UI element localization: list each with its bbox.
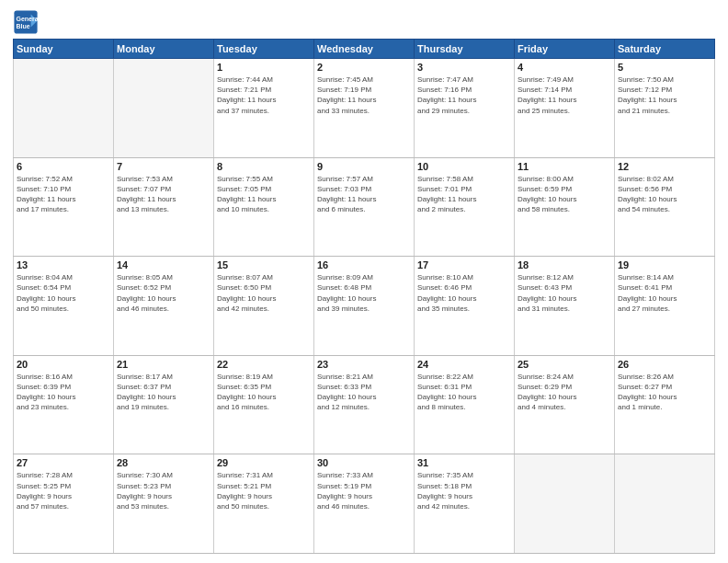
- day-number: 23: [317, 359, 411, 370]
- day-cell: 12Sunrise: 8:02 AM Sunset: 6:56 PM Dayli…: [615, 157, 715, 257]
- day-info: Sunrise: 7:49 AM Sunset: 7:14 PM Dayligh…: [518, 75, 611, 116]
- header: General Blue: [13, 9, 715, 35]
- day-number: 17: [417, 259, 511, 270]
- day-cell: 25Sunrise: 8:24 AM Sunset: 6:29 PM Dayli…: [515, 355, 615, 454]
- day-cell: 31Sunrise: 7:35 AM Sunset: 5:18 PM Dayli…: [415, 454, 515, 554]
- day-cell: 7Sunrise: 7:53 AM Sunset: 7:07 PM Daylig…: [114, 157, 214, 257]
- day-cell: 6Sunrise: 7:52 AM Sunset: 7:10 PM Daylig…: [14, 157, 114, 257]
- day-cell: 20Sunrise: 8:16 AM Sunset: 6:39 PM Dayli…: [14, 355, 114, 454]
- day-info: Sunrise: 7:33 AM Sunset: 5:19 PM Dayligh…: [317, 470, 411, 511]
- day-cell: 30Sunrise: 7:33 AM Sunset: 5:19 PM Dayli…: [314, 454, 415, 554]
- day-number: 3: [417, 62, 511, 73]
- day-info: Sunrise: 7:53 AM Sunset: 7:07 PM Dayligh…: [117, 174, 210, 215]
- day-cell: 19Sunrise: 8:14 AM Sunset: 6:41 PM Dayli…: [615, 257, 715, 356]
- day-cell: 13Sunrise: 8:04 AM Sunset: 6:54 PM Dayli…: [14, 257, 114, 356]
- day-number: 12: [618, 161, 711, 172]
- day-number: 10: [417, 161, 511, 172]
- day-info: Sunrise: 8:22 AM Sunset: 6:31 PM Dayligh…: [417, 372, 511, 413]
- day-cell: 18Sunrise: 8:12 AM Sunset: 6:43 PM Dayli…: [515, 257, 615, 356]
- day-cell: 9Sunrise: 7:57 AM Sunset: 7:03 PM Daylig…: [314, 157, 415, 257]
- day-number: 9: [317, 161, 411, 172]
- week-row-1: 1Sunrise: 7:44 AM Sunset: 7:21 PM Daylig…: [14, 59, 715, 158]
- day-number: 5: [618, 62, 711, 73]
- day-cell: [515, 454, 615, 554]
- day-info: Sunrise: 8:21 AM Sunset: 6:33 PM Dayligh…: [317, 372, 411, 413]
- day-cell: 28Sunrise: 7:30 AM Sunset: 5:23 PM Dayli…: [114, 454, 214, 554]
- day-info: Sunrise: 7:57 AM Sunset: 7:03 PM Dayligh…: [317, 174, 411, 215]
- day-number: 21: [117, 359, 210, 370]
- day-number: 13: [17, 259, 110, 270]
- day-cell: 17Sunrise: 8:10 AM Sunset: 6:46 PM Dayli…: [415, 257, 515, 356]
- weekday-header-tuesday: Tuesday: [214, 40, 314, 59]
- week-row-5: 27Sunrise: 7:28 AM Sunset: 5:25 PM Dayli…: [14, 454, 715, 554]
- calendar-table: SundayMondayTuesdayWednesdayThursdayFrid…: [13, 39, 715, 554]
- day-cell: [114, 59, 214, 158]
- day-cell: 16Sunrise: 8:09 AM Sunset: 6:48 PM Dayli…: [314, 257, 415, 356]
- day-info: Sunrise: 8:02 AM Sunset: 6:56 PM Dayligh…: [618, 174, 711, 215]
- weekday-header-saturday: Saturday: [615, 40, 715, 59]
- day-number: 11: [518, 161, 611, 172]
- day-info: Sunrise: 8:09 AM Sunset: 6:48 PM Dayligh…: [317, 272, 411, 314]
- weekday-header-thursday: Thursday: [415, 40, 515, 59]
- day-cell: 23Sunrise: 8:21 AM Sunset: 6:33 PM Dayli…: [314, 355, 415, 454]
- day-number: 7: [117, 161, 210, 172]
- day-info: Sunrise: 7:35 AM Sunset: 5:18 PM Dayligh…: [417, 470, 511, 511]
- day-info: Sunrise: 8:00 AM Sunset: 6:59 PM Dayligh…: [518, 174, 611, 215]
- day-cell: 4Sunrise: 7:49 AM Sunset: 7:14 PM Daylig…: [515, 59, 615, 158]
- page: General Blue SundayMondayTuesdayWednesda…: [0, 0, 728, 563]
- day-number: 27: [17, 457, 110, 468]
- day-number: 1: [217, 62, 311, 73]
- day-info: Sunrise: 8:17 AM Sunset: 6:37 PM Dayligh…: [117, 372, 210, 413]
- day-info: Sunrise: 8:04 AM Sunset: 6:54 PM Dayligh…: [17, 272, 110, 314]
- day-number: 4: [518, 62, 611, 73]
- day-info: Sunrise: 8:05 AM Sunset: 6:52 PM Dayligh…: [117, 272, 210, 314]
- day-cell: 1Sunrise: 7:44 AM Sunset: 7:21 PM Daylig…: [214, 59, 314, 158]
- day-cell: 11Sunrise: 8:00 AM Sunset: 6:59 PM Dayli…: [515, 157, 615, 257]
- day-number: 20: [17, 359, 110, 370]
- day-info: Sunrise: 7:52 AM Sunset: 7:10 PM Dayligh…: [17, 174, 110, 215]
- day-number: 26: [618, 359, 711, 370]
- day-number: 8: [217, 161, 311, 172]
- day-info: Sunrise: 8:12 AM Sunset: 6:43 PM Dayligh…: [518, 272, 611, 314]
- weekday-header-monday: Monday: [114, 40, 214, 59]
- day-number: 15: [217, 259, 311, 270]
- day-cell: [615, 454, 715, 554]
- day-info: Sunrise: 7:44 AM Sunset: 7:21 PM Dayligh…: [217, 75, 311, 116]
- day-info: Sunrise: 8:07 AM Sunset: 6:50 PM Dayligh…: [217, 272, 311, 314]
- day-cell: 21Sunrise: 8:17 AM Sunset: 6:37 PM Dayli…: [114, 355, 214, 454]
- day-number: 16: [317, 259, 411, 270]
- day-cell: 24Sunrise: 8:22 AM Sunset: 6:31 PM Dayli…: [415, 355, 515, 454]
- day-cell: 15Sunrise: 8:07 AM Sunset: 6:50 PM Dayli…: [214, 257, 314, 356]
- day-number: 22: [217, 359, 311, 370]
- day-number: 24: [417, 359, 511, 370]
- day-cell: 26Sunrise: 8:26 AM Sunset: 6:27 PM Dayli…: [615, 355, 715, 454]
- day-cell: 29Sunrise: 7:31 AM Sunset: 5:21 PM Dayli…: [214, 454, 314, 554]
- weekday-header-sunday: Sunday: [14, 40, 114, 59]
- day-cell: 3Sunrise: 7:47 AM Sunset: 7:16 PM Daylig…: [415, 59, 515, 158]
- day-info: Sunrise: 7:50 AM Sunset: 7:12 PM Dayligh…: [618, 75, 711, 116]
- day-number: 19: [618, 259, 711, 270]
- day-number: 14: [117, 259, 210, 270]
- svg-text:Blue: Blue: [17, 23, 30, 29]
- day-number: 25: [518, 359, 611, 370]
- svg-text:General: General: [17, 16, 40, 22]
- weekday-header-wednesday: Wednesday: [314, 40, 415, 59]
- day-info: Sunrise: 7:47 AM Sunset: 7:16 PM Dayligh…: [417, 75, 511, 116]
- day-info: Sunrise: 8:10 AM Sunset: 6:46 PM Dayligh…: [417, 272, 511, 314]
- day-info: Sunrise: 7:55 AM Sunset: 7:05 PM Dayligh…: [217, 174, 311, 215]
- day-cell: 14Sunrise: 8:05 AM Sunset: 6:52 PM Dayli…: [114, 257, 214, 356]
- day-cell: [14, 59, 114, 158]
- week-row-2: 6Sunrise: 7:52 AM Sunset: 7:10 PM Daylig…: [14, 157, 715, 257]
- day-info: Sunrise: 8:24 AM Sunset: 6:29 PM Dayligh…: [518, 372, 611, 413]
- week-row-4: 20Sunrise: 8:16 AM Sunset: 6:39 PM Dayli…: [14, 355, 715, 454]
- day-info: Sunrise: 7:31 AM Sunset: 5:21 PM Dayligh…: [217, 470, 311, 511]
- day-info: Sunrise: 8:26 AM Sunset: 6:27 PM Dayligh…: [618, 372, 711, 413]
- day-info: Sunrise: 7:30 AM Sunset: 5:23 PM Dayligh…: [117, 470, 210, 511]
- day-cell: 22Sunrise: 8:19 AM Sunset: 6:35 PM Dayli…: [214, 355, 314, 454]
- day-number: 18: [518, 259, 611, 270]
- logo: General Blue: [13, 9, 39, 35]
- day-number: 30: [317, 457, 411, 468]
- day-info: Sunrise: 8:14 AM Sunset: 6:41 PM Dayligh…: [618, 272, 711, 314]
- day-cell: 10Sunrise: 7:58 AM Sunset: 7:01 PM Dayli…: [415, 157, 515, 257]
- day-cell: 8Sunrise: 7:55 AM Sunset: 7:05 PM Daylig…: [214, 157, 314, 257]
